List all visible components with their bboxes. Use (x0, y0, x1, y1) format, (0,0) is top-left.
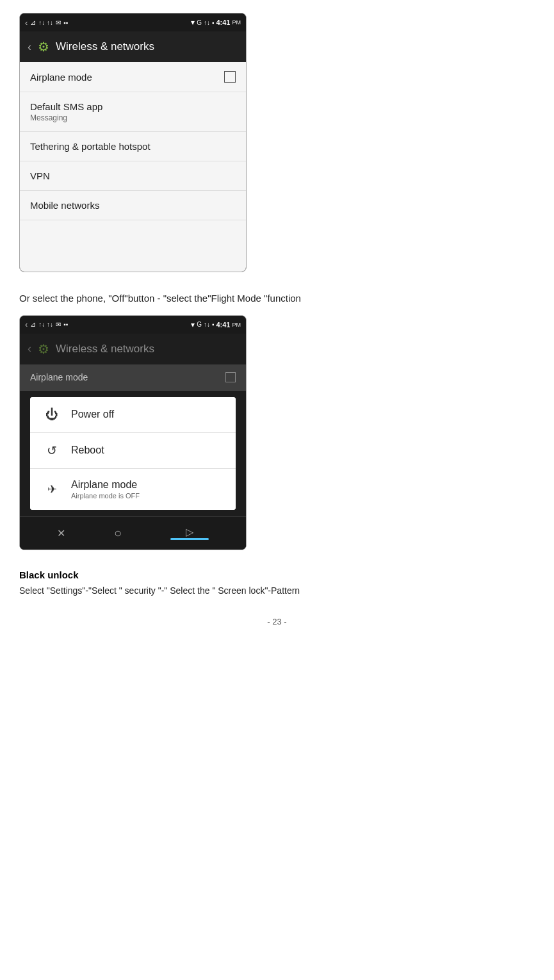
airplane-label: Airplane mode (71, 479, 140, 491)
hotspot-label: Tethering & portable hotspot (30, 141, 151, 152)
network-g-icon-2: G (197, 321, 202, 328)
airplane-mode-checkbox-2[interactable] (225, 372, 236, 382)
wifi-icon-1: ▾ (191, 18, 195, 27)
power-off-inner: Power off (71, 409, 114, 420)
mobile-networks-label: Mobile networks (30, 200, 99, 211)
back-arrow-1[interactable]: ‹ (28, 40, 31, 54)
settings-icon-2: ⚙ (38, 341, 49, 357)
menu-item-hotspot[interactable]: Tethering & portable hotspot (20, 132, 246, 161)
airplane-icon: ✈ (43, 482, 61, 496)
page-number: - 23 - (19, 617, 535, 626)
bottom-section: Black unlock Select "Settings"-"Select "… (19, 569, 535, 598)
nav-blue-line (170, 538, 209, 540)
status-right-1: ▾ G ↑↓ ▪ 4:41 PM (191, 18, 241, 27)
reboot-icon: ↺ (43, 443, 61, 458)
status-bar-2: ‹ ⊿ ↑↓ ↑↓ ✉ ▪▪ ▾ G ↑↓ ▪ 4:41 PM (20, 316, 246, 334)
power-off-item[interactable]: ⏻ Power off (30, 397, 236, 433)
title-text-1: Wireless & networks (56, 40, 154, 53)
menu-item-sms[interactable]: Default SMS app Messaging (20, 92, 246, 132)
status-icons-left-1: ‹ ⊿ ↑↓ ↑↓ ✉ ▪▪ (25, 18, 68, 28)
sync-icon-1: ↑↓ ↑↓ (38, 19, 53, 26)
title-bar-1: ‹ ⚙ Wireless & networks (20, 31, 246, 62)
wifi-icon-2: ▾ (191, 320, 195, 329)
sms-app-sublabel: Messaging (30, 113, 102, 122)
phone1-section: ‹ ⊿ ↑↓ ↑↓ ✉ ▪▪ ▾ G ↑↓ ▪ 4:41 PM ‹ ⚙ (19, 13, 535, 272)
menu-item-airplane-inner: Airplane mode (30, 72, 92, 83)
airplane-mode-item[interactable]: ✈ Airplane mode Airplane mode is OFF (30, 469, 236, 510)
airplane-mode-checkbox[interactable] (224, 71, 236, 83)
airplane-mode-label: Airplane mode (30, 72, 92, 83)
network-g-icon-1: G (197, 19, 202, 26)
power-off-icon: ⏻ (43, 407, 61, 422)
battery-icon-2: ▪ (212, 321, 215, 328)
menu-item-vpn[interactable]: VPN (20, 161, 246, 191)
nav-back-icon[interactable]: ▷ (170, 526, 209, 540)
battery-small-icon-2: ▪▪ (63, 321, 68, 328)
menu-list-1: Airplane mode Default SMS app Messaging … (20, 62, 246, 272)
time-1: 4:41 (216, 19, 230, 26)
nav-bar-2: ✕ ○ ▷ (20, 516, 246, 550)
phone2-mockup: ‹ ⊿ ↑↓ ↑↓ ✉ ▪▪ ▾ G ↑↓ ▪ 4:41 PM ‹ ⚙ (19, 315, 247, 550)
menu-item-sms-inner: Default SMS app Messaging (30, 101, 102, 122)
menu-item-vpn-inner: VPN (30, 170, 50, 181)
phone2-dimmed-area: Airplane mode ⏻ Power off ↺ (20, 364, 246, 550)
signal-icon-2: ↑↓ (204, 321, 210, 328)
black-unlock-text: Select "Settings"-"Select " security "-"… (19, 584, 535, 598)
time-2: 4:41 (216, 321, 230, 329)
black-unlock-heading: Black unlock (19, 569, 535, 580)
power-menu-wrapper: ⏻ Power off ↺ Reboot ✈ (20, 391, 246, 516)
status-right-2: ▾ G ↑↓ ▪ 4:41 PM (191, 320, 241, 329)
title-text-2: Wireless & networks (56, 343, 154, 355)
instruction-text: Or select the phone, "Off"button - "sele… (19, 291, 535, 306)
reboot-label: Reboot (71, 445, 104, 456)
sim-icon-2: ⊿ (30, 320, 36, 329)
status-icons-left-2: ‹ ⊿ ↑↓ ↑↓ ✉ ▪▪ (25, 320, 68, 329)
airplane-sublabel: Airplane mode is OFF (71, 492, 140, 500)
back-arrow-icon-1: ‹ (25, 18, 28, 28)
status-bar-1: ‹ ⊿ ↑↓ ↑↓ ✉ ▪▪ ▾ G ↑↓ ▪ 4:41 PM (20, 13, 246, 31)
signal-icon-1: ↑↓ (204, 19, 210, 26)
phone1-mockup: ‹ ⊿ ↑↓ ↑↓ ✉ ▪▪ ▾ G ↑↓ ▪ 4:41 PM ‹ ⚙ (19, 13, 247, 272)
email-icon-1: ✉ (56, 19, 61, 26)
vpn-label: VPN (30, 170, 50, 181)
sim-icon-1: ⊿ (30, 19, 36, 27)
bottom-spacer-1 (20, 220, 246, 272)
menu-item-hotspot-inner: Tethering & portable hotspot (30, 141, 151, 152)
page-container: ‹ ⊿ ↑↓ ↑↓ ✉ ▪▪ ▾ G ↑↓ ▪ 4:41 PM ‹ ⚙ (0, 0, 554, 639)
power-off-label: Power off (71, 409, 114, 420)
airplane-inner: Airplane mode Airplane mode is OFF (71, 479, 140, 500)
menu-item-mobile[interactable]: Mobile networks (20, 191, 246, 220)
power-menu: ⏻ Power off ↺ Reboot ✈ (30, 397, 236, 510)
reboot-inner: Reboot (71, 445, 104, 456)
airplane-mode-row-2: Airplane mode (20, 364, 246, 391)
title-bar-2: ‹ ⚙ Wireless & networks (20, 334, 246, 364)
battery-small-icon-1: ▪▪ (63, 19, 68, 26)
settings-icon-1: ⚙ (38, 39, 49, 54)
reboot-item[interactable]: ↺ Reboot (30, 433, 236, 469)
menu-item-mobile-inner: Mobile networks (30, 200, 99, 211)
airplane-mode-label-2: Airplane mode (30, 372, 88, 382)
nav-home-icon[interactable]: ○ (114, 526, 122, 541)
ampm-2: PM (232, 322, 241, 328)
sms-app-label: Default SMS app (30, 101, 102, 112)
sync-icon-2: ↑↓ ↑↓ (38, 321, 53, 328)
nav-close-icon[interactable]: ✕ (57, 527, 65, 539)
ampm-1: PM (232, 19, 241, 26)
back-arrow-2: ‹ (28, 342, 31, 355)
battery-icon-1: ▪ (212, 19, 215, 26)
email-icon-2: ✉ (56, 321, 61, 328)
phone2-section: ‹ ⊿ ↑↓ ↑↓ ✉ ▪▪ ▾ G ↑↓ ▪ 4:41 PM ‹ ⚙ (19, 315, 535, 550)
back-arrow-icon-2: ‹ (25, 320, 28, 329)
menu-item-airplane[interactable]: Airplane mode (20, 62, 246, 92)
